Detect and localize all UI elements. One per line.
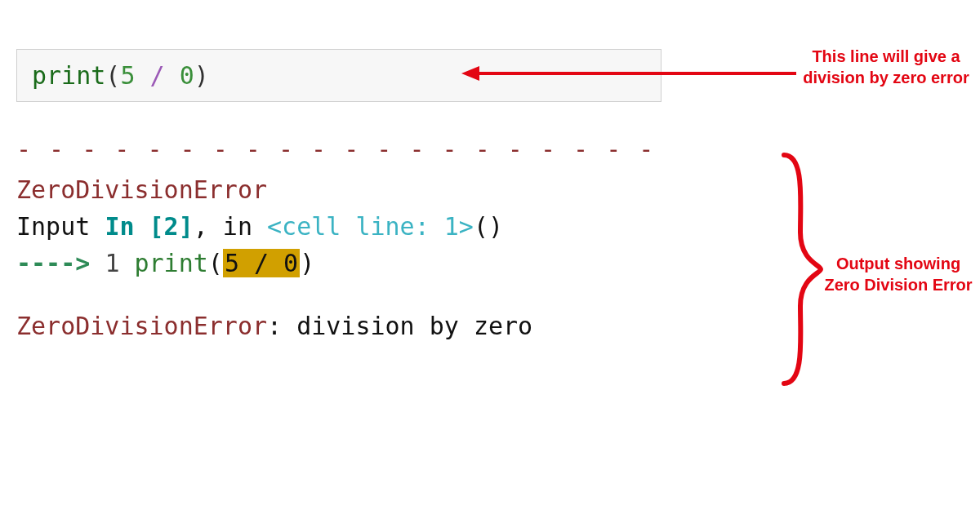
- arrow-marker: ---->: [16, 249, 105, 277]
- code-token-rparen: ): [194, 61, 209, 90]
- cell-line-ref: <cell line: 1>: [267, 212, 474, 241]
- code-token-num-b: 0: [180, 61, 194, 90]
- code-token-space: [135, 61, 149, 90]
- final-colon: :: [267, 312, 296, 340]
- annotation-output-error: Output showing Zero Division Error: [817, 253, 980, 295]
- blank-line: [16, 281, 710, 308]
- traceback-input-line: Input In [2], in <cell line: 1>(): [16, 208, 710, 245]
- code-token-num-a: 5: [120, 61, 135, 90]
- code-token-space: [165, 61, 180, 90]
- code-token-lparen: (: [105, 61, 120, 90]
- highlighted-expression: 5 / 0: [223, 249, 300, 277]
- parens: (): [474, 212, 503, 241]
- code-token-operator: /: [150, 61, 165, 90]
- traceback-code-line: ----> 1 print(5 / 0): [16, 245, 710, 281]
- sp: [119, 249, 134, 277]
- input-prefix: Input: [16, 212, 105, 241]
- traceback-error-name: ZeroDivisionError: [16, 171, 710, 208]
- code-token-func: print: [32, 61, 105, 90]
- arrow-left-icon: [461, 61, 800, 86]
- final-error-message: division by zero: [296, 312, 532, 340]
- tb-rparen: ): [300, 249, 314, 277]
- final-error-name: ZeroDivisionError: [16, 312, 267, 340]
- error-name-text: ZeroDivisionError: [16, 175, 267, 204]
- line-number: 1: [105, 249, 119, 277]
- svg-marker-1: [461, 66, 479, 81]
- traceback-final-line: ZeroDivisionError: division by zero: [16, 308, 710, 344]
- output-cell: ZeroDivisionError Input In [2], in <cell…: [16, 171, 710, 344]
- annotation-input-error: This line will give a division by zero e…: [800, 46, 972, 88]
- print-word: print: [135, 249, 208, 277]
- comma-in: , in: [194, 212, 267, 241]
- in-label: In [2]: [105, 212, 193, 241]
- traceback-separator: - - - - - - - - - - - - - - - - - - - - …: [16, 135, 670, 163]
- tb-lparen: (: [208, 249, 223, 277]
- curly-brace-icon: [776, 151, 825, 388]
